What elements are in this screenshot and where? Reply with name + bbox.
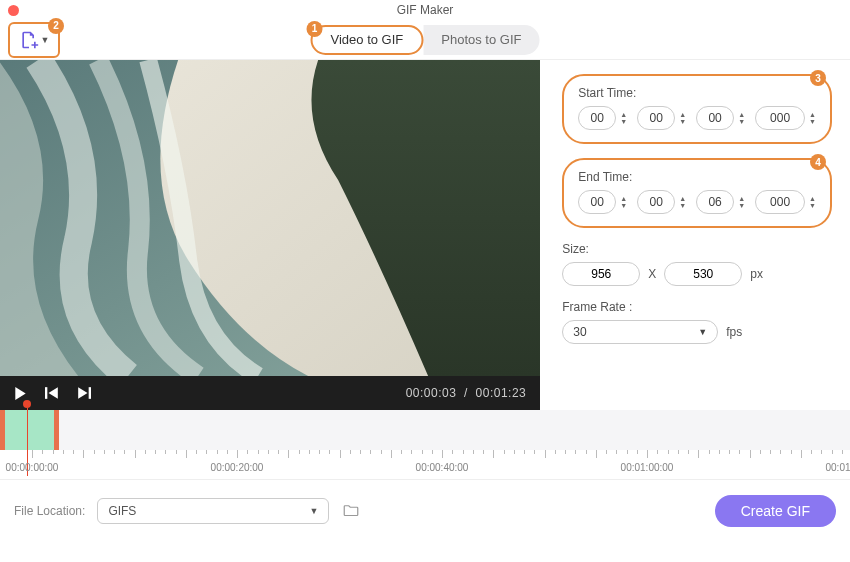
- chevron-down-icon: ▼: [698, 327, 707, 337]
- player-controls: 00:00:03 / 00:01:23: [0, 376, 540, 410]
- up-icon[interactable]: ▲: [620, 195, 627, 202]
- end-ms[interactable]: [755, 190, 805, 214]
- play-button[interactable]: [14, 387, 27, 400]
- svg-rect-1: [45, 387, 47, 399]
- down-icon[interactable]: ▼: [809, 202, 816, 209]
- up-icon[interactable]: ▲: [809, 195, 816, 202]
- timeline[interactable]: 00:00:00:00 00:00:20:00 00:00:40:00 00:0…: [0, 410, 850, 480]
- frame-rate-select[interactable]: 30 ▼: [562, 320, 718, 344]
- down-icon[interactable]: ▼: [809, 118, 816, 125]
- size-label: Size:: [562, 242, 832, 256]
- down-icon[interactable]: ▼: [738, 202, 745, 209]
- tick-label: 00:00:20:00: [211, 462, 264, 473]
- badge-3: 3: [810, 70, 826, 86]
- tab-photos-to-gif[interactable]: Photos to GIF: [423, 25, 539, 55]
- start-minutes[interactable]: [637, 106, 675, 130]
- current-time: 00:00:03: [406, 386, 457, 400]
- end-minutes[interactable]: [637, 190, 675, 214]
- add-media-button[interactable]: 2 ▼: [8, 22, 60, 58]
- down-icon[interactable]: ▼: [738, 118, 745, 125]
- up-icon[interactable]: ▲: [679, 111, 686, 118]
- add-file-icon: [19, 30, 39, 50]
- height-input[interactable]: [664, 262, 742, 286]
- start-time-label: Start Time:: [578, 86, 816, 100]
- start-seconds[interactable]: [696, 106, 734, 130]
- tick-label: 00:01:00:00: [621, 462, 674, 473]
- step-back-button[interactable]: [45, 387, 59, 399]
- tick-label: 00:00:40:00: [416, 462, 469, 473]
- badge-4: 4: [810, 154, 826, 170]
- up-icon[interactable]: ▲: [809, 111, 816, 118]
- tab-label: Photos to GIF: [441, 32, 521, 47]
- size-group: Size: X px: [562, 242, 832, 286]
- video-preview[interactable]: [0, 60, 540, 376]
- browse-folder-button[interactable]: [341, 502, 361, 520]
- badge-1: 1: [307, 21, 323, 37]
- down-icon[interactable]: ▼: [679, 118, 686, 125]
- tab-video-to-gif[interactable]: 1 Video to GIF: [311, 25, 424, 55]
- chevron-down-icon: ▼: [41, 35, 50, 45]
- timeline-track[interactable]: [0, 410, 850, 450]
- up-icon[interactable]: ▲: [679, 195, 686, 202]
- file-location-label: File Location:: [14, 504, 85, 518]
- down-icon[interactable]: ▼: [620, 202, 627, 209]
- selection-clip[interactable]: [0, 410, 59, 450]
- start-hours[interactable]: [578, 106, 616, 130]
- up-icon[interactable]: ▲: [738, 111, 745, 118]
- file-location-select[interactable]: GIFS ▼: [97, 498, 329, 524]
- end-hours[interactable]: [578, 190, 616, 214]
- up-icon[interactable]: ▲: [620, 111, 627, 118]
- badge-2: 2: [48, 18, 64, 34]
- close-window-button[interactable]: [8, 5, 19, 16]
- file-location-value: GIFS: [108, 504, 136, 518]
- beach-scene: [0, 60, 540, 376]
- size-unit: px: [750, 267, 763, 281]
- down-icon[interactable]: ▼: [620, 118, 627, 125]
- size-separator: X: [648, 267, 656, 281]
- step-forward-button[interactable]: [77, 387, 91, 399]
- window-title: GIF Maker: [397, 3, 454, 17]
- fps-unit: fps: [726, 325, 742, 339]
- width-input[interactable]: [562, 262, 640, 286]
- total-time: 00:01:23: [476, 386, 527, 400]
- frame-rate-value: 30: [573, 325, 586, 339]
- end-time-group: 4 End Time: ▲▼ ▲▼ ▲▼ ▲▼: [562, 158, 832, 228]
- start-ms[interactable]: [755, 106, 805, 130]
- end-seconds[interactable]: [696, 190, 734, 214]
- chevron-down-icon: ▼: [309, 506, 318, 516]
- down-icon[interactable]: ▼: [679, 202, 686, 209]
- frame-rate-label: Frame Rate :: [562, 300, 832, 314]
- tab-label: Video to GIF: [331, 32, 404, 47]
- create-gif-button[interactable]: Create GIF: [715, 495, 836, 527]
- ruler: 00:00:00:00 00:00:20:00 00:00:40:00 00:0…: [0, 450, 850, 476]
- frame-rate-group: Frame Rate : 30 ▼ fps: [562, 300, 832, 344]
- tick-label: 00:01: [825, 462, 850, 473]
- up-icon[interactable]: ▲: [738, 195, 745, 202]
- tick-label: 00:00:00:00: [6, 462, 59, 473]
- start-time-group: 3 Start Time: ▲▼ ▲▼ ▲▼ ▲▼: [562, 74, 832, 144]
- end-time-label: End Time:: [578, 170, 816, 184]
- svg-rect-2: [89, 387, 91, 399]
- time-display: 00:00:03 / 00:01:23: [406, 386, 527, 400]
